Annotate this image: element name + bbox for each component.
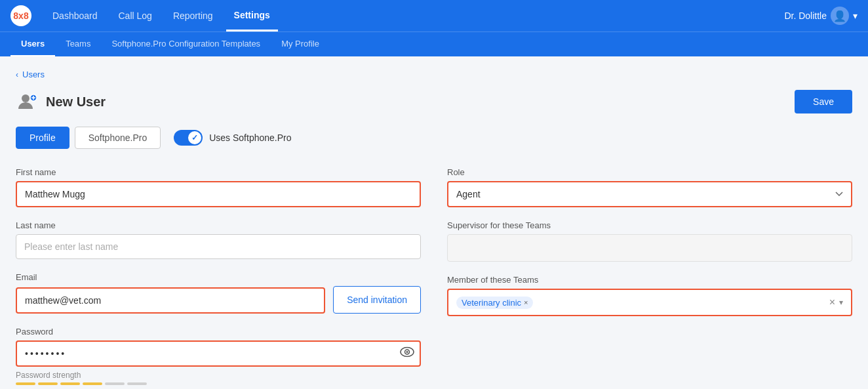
strength-bars [16, 382, 421, 385]
chevron-down-icon[interactable]: ▾ [839, 298, 843, 307]
first-name-label: First name [16, 167, 421, 177]
page-header-left: New User [16, 90, 106, 113]
password-group: Password Password strength [16, 327, 421, 385]
password-row [16, 340, 421, 367]
breadcrumb[interactable]: ‹ Users [16, 70, 852, 79]
teams-select[interactable]: Veterinary clinic × × ▾ [447, 289, 852, 316]
role-select[interactable]: Agent [447, 181, 852, 207]
page-header: New User Save [16, 90, 852, 113]
form: First name Last name Email Send invitati… [16, 167, 852, 389]
team-tag-label: Veterinary clinic [462, 298, 521, 308]
avatar: 👤 [831, 7, 849, 25]
teams-select-controls: × ▾ [829, 297, 843, 308]
svg-point-0 [22, 94, 30, 102]
subnav-users[interactable]: Users [10, 32, 55, 56]
toggle-knob: ✓ [188, 131, 201, 144]
role-group: Role Agent [447, 167, 852, 207]
tab-profile[interactable]: Profile [16, 127, 69, 149]
password-input[interactable] [16, 340, 421, 367]
page-title: New User [46, 94, 106, 110]
toggle-check-icon: ✓ [191, 133, 198, 142]
last-name-input[interactable] [16, 234, 421, 259]
first-name-input[interactable] [16, 181, 421, 207]
save-button[interactable]: Save [795, 90, 852, 113]
last-name-label: Last name [16, 220, 421, 230]
nav-calllog[interactable]: Call Log [111, 0, 160, 31]
strength-bar-1 [16, 382, 35, 385]
chevron-down-icon: ▾ [853, 10, 858, 21]
subnav-softphone-config[interactable]: Softphone.Pro Configuration Templates [101, 32, 271, 56]
nav-reporting[interactable]: Reporting [165, 0, 221, 31]
strength-bar-4 [83, 382, 102, 385]
softphone-toggle[interactable]: ✓ [174, 130, 203, 146]
password-label: Password [16, 327, 421, 337]
strength-bar-6 [127, 382, 147, 385]
nav-settings[interactable]: Settings [226, 0, 278, 31]
subnav-teams[interactable]: Teams [55, 32, 101, 56]
top-nav-links: Dashboard Call Log Reporting Settings [45, 0, 784, 31]
first-name-group: First name [16, 167, 421, 207]
member-label: Member of these Teams [447, 275, 852, 285]
app-logo: 8x8 [10, 5, 31, 26]
supervisor-group: Supervisor for these Teams [447, 220, 852, 262]
member-group: Member of these Teams Veterinary clinic … [447, 275, 852, 316]
team-tag-close[interactable]: × [524, 298, 528, 306]
last-name-group: Last name [16, 220, 421, 259]
teams-select-tags: Veterinary clinic × [456, 297, 533, 309]
svg-point-6 [406, 351, 408, 353]
email-label: Email [16, 272, 421, 282]
role-label: Role [447, 167, 852, 177]
nav-dashboard[interactable]: Dashboard [45, 0, 106, 31]
subnav-my-profile[interactable]: My Profile [271, 32, 330, 56]
breadcrumb-label[interactable]: Users [22, 70, 45, 79]
supervisor-input[interactable] [447, 234, 852, 262]
new-user-icon [16, 90, 39, 113]
eye-icon[interactable] [400, 347, 414, 361]
email-group: Email Send invitation [16, 272, 421, 314]
send-invitation-button[interactable]: Send invitation [333, 286, 421, 314]
user-menu[interactable]: Dr. Dolittle 👤 ▾ [784, 7, 858, 25]
strength-bar-2 [38, 382, 58, 385]
top-nav: 8x8 Dashboard Call Log Reporting Setting… [0, 0, 868, 31]
clear-icon[interactable]: × [829, 297, 835, 308]
sub-nav: Users Teams Softphone.Pro Configuration … [0, 31, 868, 56]
form-left-column: First name Last name Email Send invitati… [16, 167, 421, 389]
password-strength-label: Password strength [16, 371, 421, 380]
tabs-container: Profile Softphone.Pro ✓ Uses Softphone.P… [16, 127, 852, 149]
user-name: Dr. Dolittle [784, 10, 827, 21]
email-input[interactable] [16, 287, 325, 314]
email-row: Send invitation [16, 286, 421, 314]
form-right-column: Role Agent Supervisor for these Teams Me… [447, 167, 852, 389]
tab-softphone[interactable]: Softphone.Pro [75, 127, 161, 149]
main-content: ‹ Users New User Save Profile Softphone.… [0, 56, 868, 389]
supervisor-label: Supervisor for these Teams [447, 220, 852, 230]
chevron-left-icon: ‹ [16, 70, 18, 79]
strength-bar-5 [105, 382, 125, 385]
strength-bar-3 [60, 382, 80, 385]
toggle-label: Uses Softphone.Pro [209, 133, 291, 143]
toggle-container: ✓ Uses Softphone.Pro [174, 130, 291, 146]
team-tag: Veterinary clinic × [456, 297, 533, 309]
